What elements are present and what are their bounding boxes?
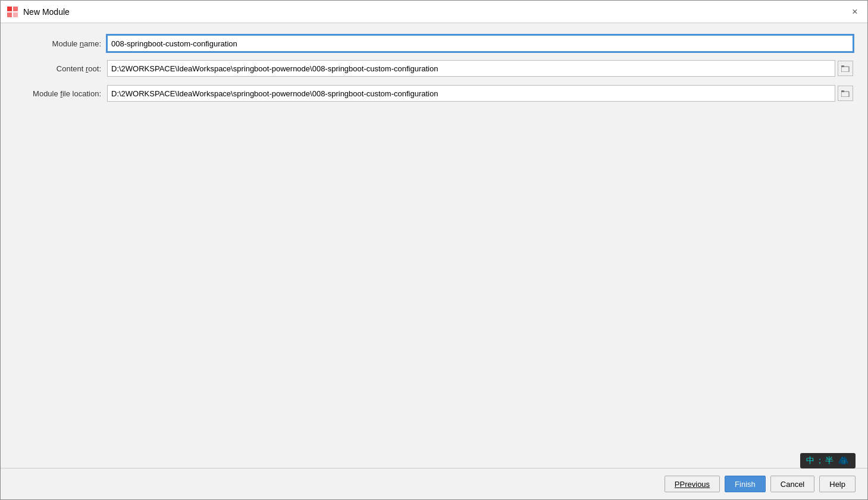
module-name-row: Module name: <box>15 35 853 52</box>
close-button[interactable]: × <box>848 5 861 18</box>
cancel-button[interactable]: Cancel <box>770 476 814 492</box>
module-file-location-label: Module file location: <box>15 89 101 98</box>
module-name-input-wrapper <box>107 35 853 52</box>
ime-toolbar-text: 中；半 🧥 <box>806 455 850 466</box>
module-name-label: Module name: <box>15 39 101 48</box>
svg-rect-7 <box>841 90 844 92</box>
svg-rect-1 <box>13 7 18 11</box>
module-file-location-input-wrapper <box>107 85 853 102</box>
dialog-title: New Module <box>23 7 70 17</box>
title-bar: New Module × <box>1 1 867 23</box>
content-root-input-wrapper <box>107 60 853 77</box>
module-file-location-input[interactable] <box>107 85 835 102</box>
finish-button[interactable]: Finish <box>725 476 766 492</box>
module-file-location-row: Module file location: <box>15 85 853 102</box>
app-icon <box>7 6 18 18</box>
content-root-input[interactable] <box>107 60 835 77</box>
svg-rect-5 <box>841 65 844 67</box>
dialog-content: Module name: Content root: <box>1 23 867 468</box>
content-root-browse-button[interactable] <box>838 61 853 76</box>
svg-rect-2 <box>7 12 12 17</box>
svg-rect-6 <box>841 92 849 97</box>
ime-toolbar: 中；半 🧥 <box>800 453 856 468</box>
module-file-location-browse-button[interactable] <box>838 86 853 101</box>
title-bar-left: New Module <box>7 6 70 18</box>
svg-rect-3 <box>13 12 18 17</box>
content-root-label: Content root: <box>15 64 101 73</box>
svg-rect-0 <box>7 7 12 11</box>
help-button[interactable]: Help <box>819 476 856 492</box>
new-module-dialog: New Module × Module name: Content root: <box>0 0 868 500</box>
module-name-input[interactable] <box>107 35 853 52</box>
content-spacer <box>15 110 853 456</box>
svg-rect-4 <box>841 67 849 72</box>
previous-button[interactable]: PPrevious <box>665 476 720 492</box>
dialog-footer: 中；半 🧥 PPrevious Finish Cancel Help <box>1 468 867 499</box>
content-root-row: Content root: <box>15 60 853 77</box>
